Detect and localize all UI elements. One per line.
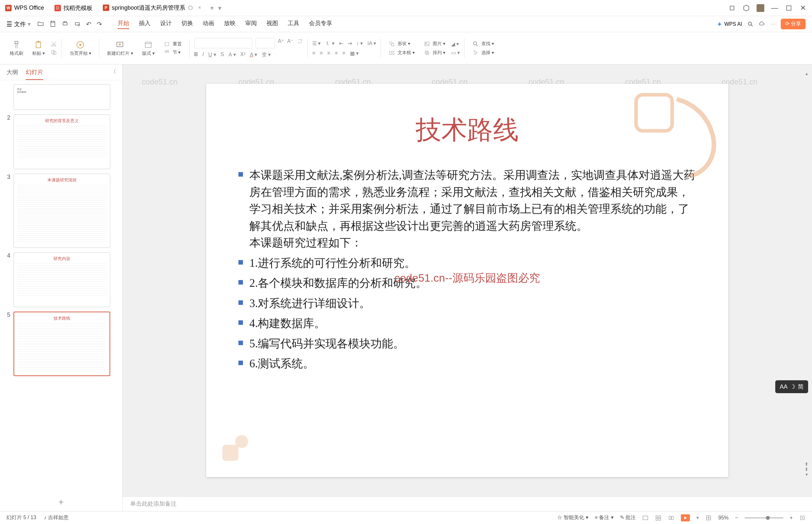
slide-canvas[interactable]: code51.cn code51.cn code51.cn code51.cn … [122, 64, 812, 496]
select-button[interactable]: 选择 ▾ [469, 50, 497, 56]
outline-tab[interactable]: 大纲 [6, 68, 18, 80]
maximize-icon[interactable] [785, 4, 793, 12]
slide-counter[interactable]: 幻灯片 5 / 13 [6, 514, 36, 521]
share-button[interactable]: ⟳分享 [781, 19, 806, 29]
new-slide-group[interactable]: 新建幻灯片 ▾ [104, 39, 136, 58]
theme-indicator[interactable]: ♪ 吉祥如意 [44, 514, 68, 521]
text-direction-icon[interactable]: IA ▾ [367, 40, 376, 47]
slideshow-button[interactable] [681, 514, 690, 521]
window-maximize-small-icon[interactable] [728, 4, 736, 12]
tab-design[interactable]: 设计 [160, 19, 172, 29]
smart-beautify-button[interactable]: ☆ 智能美化 ▾ [557, 514, 589, 521]
vertical-scrollbar[interactable]: ▴ ⬆ ⬇ ▾ [803, 71, 809, 477]
cut-icon[interactable] [51, 41, 57, 47]
italic-icon[interactable]: I [202, 52, 204, 58]
tab-tools[interactable]: 工具 [288, 19, 299, 29]
sorter-view-icon[interactable] [655, 515, 662, 521]
grid-view-icon[interactable] [705, 515, 712, 521]
thumbnail-1[interactable]: 专业: 指导教师: [4, 84, 118, 110]
prev-slide-icon[interactable]: ⬆ [805, 461, 809, 466]
zoom-slider[interactable] [745, 517, 783, 519]
reset-button[interactable]: 重置 [161, 41, 185, 47]
close-tab-icon[interactable]: × [198, 5, 201, 11]
distribute-icon[interactable]: ≡ [342, 50, 345, 56]
collapse-panel-icon[interactable]: ⟨ [114, 68, 116, 80]
slides-tab[interactable]: 幻灯片 [26, 68, 43, 80]
font-color-icon[interactable]: A ▾ [250, 52, 257, 58]
zoom-in-icon[interactable]: + [790, 515, 793, 521]
next-slide-icon[interactable]: ⬇ [805, 466, 809, 472]
cube-icon[interactable] [742, 4, 750, 12]
decrease-indent-icon[interactable]: ⇤ [339, 40, 343, 47]
ime-indicator[interactable]: AA ☽ 简 [775, 380, 808, 393]
thumbnail-5[interactable]: 5 技术路线 [4, 312, 118, 376]
normal-view-icon[interactable] [642, 515, 649, 521]
scroll-down-icon[interactable]: ▾ [806, 472, 808, 477]
underline-icon[interactable]: U ▾ [209, 52, 216, 58]
notes-pane[interactable]: 单击此处添加备注 [122, 496, 812, 511]
wps-ai-button[interactable]: WPS AI [717, 21, 742, 27]
doke-template-tab[interactable]: D 找稻壳模板 [49, 0, 98, 16]
tab-transition[interactable]: 切换 [181, 19, 193, 29]
zoom-out-icon[interactable]: − [735, 515, 738, 521]
layout-group[interactable]: 版式 ▾ [139, 39, 158, 58]
cloud-icon[interactable] [759, 21, 765, 28]
user-avatar[interactable] [757, 4, 764, 12]
slide-body[interactable]: 本课题采用文献法,案例分析法,调查法等研究方法。采用调查法，实地调查具体对逍遥大… [232, 167, 702, 373]
save-icon[interactable] [49, 20, 56, 28]
columns-icon[interactable]: ▦ ▾ [350, 50, 359, 56]
scroll-up-icon[interactable]: ▴ [806, 71, 808, 76]
tab-view[interactable]: 视图 [266, 19, 278, 29]
textbox-button[interactable]: A 文本框 ▾ [385, 50, 418, 56]
tab-review[interactable]: 审阅 [245, 19, 257, 29]
align-center-icon[interactable]: ≡ [320, 50, 322, 56]
fit-window-icon[interactable] [799, 515, 806, 521]
fill-color-icon[interactable]: ◢ ▾ [451, 41, 460, 47]
decrease-font-icon[interactable]: A⁻ [287, 38, 293, 48]
text-effect-icon[interactable]: 变 ▾ [262, 52, 271, 58]
more-icon[interactable]: ⋯ [770, 21, 776, 27]
find-button[interactable]: 查找 ▾ [469, 40, 497, 47]
close-window-icon[interactable]: ✕ [799, 4, 807, 12]
paste-group[interactable]: 粘贴 ▾ [29, 39, 48, 58]
arrange-button[interactable]: 排列 ▾ [420, 50, 449, 56]
font-size-select[interactable] [255, 38, 275, 48]
add-tab-button[interactable]: + ▾ [206, 4, 225, 12]
zoom-value[interactable]: 95% [718, 515, 729, 521]
increase-indent-icon[interactable]: ⇥ [348, 40, 352, 47]
file-menu[interactable]: ☰ 文件 ▾ [6, 20, 31, 28]
print-icon[interactable] [62, 20, 69, 28]
number-list-icon[interactable]: ⒈ ▾ [325, 40, 334, 47]
redo-icon[interactable]: ↷ [97, 20, 102, 28]
align-left-icon[interactable]: ≡ [312, 50, 315, 56]
search-icon[interactable] [747, 21, 754, 28]
document-tab[interactable]: P springboot逍遥大药房管理系 × [98, 0, 206, 16]
section-button[interactable]: 节 ▾ [161, 49, 185, 56]
bold-icon[interactable]: B [194, 52, 198, 58]
thumbnail-list[interactable]: 专业: 指导教师: 2 研究的背景及意义 3 本课题研究现状 4 [0, 80, 122, 493]
highlight-icon[interactable]: A ▾ [229, 52, 235, 58]
tab-slideshow[interactable]: 放映 [224, 19, 235, 29]
thumbnail-2[interactable]: 2 研究的背景及意义 [4, 114, 118, 169]
wps-office-tab[interactable]: W WPS Office [0, 0, 49, 16]
line-spacing-icon[interactable]: ↕ ▾ [357, 40, 363, 47]
align-right-icon[interactable]: ≡ [327, 50, 330, 56]
copy-icon[interactable] [51, 49, 57, 56]
tab-start[interactable]: 开始 [118, 19, 129, 29]
add-slide-button[interactable]: + [0, 493, 122, 511]
align-justify-icon[interactable]: ≡ [335, 50, 338, 56]
picture-button[interactable]: 图片 ▾ [420, 40, 449, 47]
open-folder-icon[interactable] [37, 20, 44, 28]
clear-format-icon[interactable] [296, 38, 303, 45]
superscript-icon[interactable]: X² [241, 52, 246, 58]
tab-insert[interactable]: 插入 [139, 19, 150, 29]
format-brush-group[interactable]: 格式刷 [6, 39, 27, 58]
increase-font-icon[interactable]: A⁺ [278, 38, 284, 48]
bullet-list-icon[interactable]: ☰ ▾ [312, 40, 320, 47]
thumbnail-3[interactable]: 3 本课题研究现状 [4, 174, 118, 248]
notes-toggle[interactable]: ≡ 备注 ▾ [595, 514, 614, 521]
outline-color-icon[interactable]: ▭ ▾ [451, 50, 460, 56]
tab-animation[interactable]: 动画 [203, 19, 214, 29]
reading-view-icon[interactable] [668, 515, 675, 521]
print-preview-icon[interactable] [74, 20, 81, 28]
